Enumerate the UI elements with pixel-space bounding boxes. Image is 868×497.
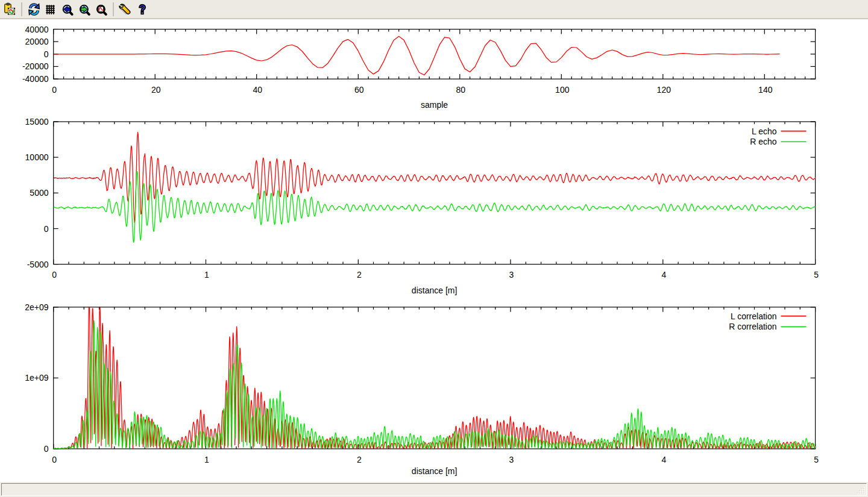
svg-text:0: 0 bbox=[44, 444, 49, 454]
svg-text:2: 2 bbox=[357, 270, 362, 280]
svg-text:L correlation: L correlation bbox=[731, 311, 777, 321]
svg-text:R echo: R echo bbox=[750, 137, 777, 146]
svg-text:20: 20 bbox=[151, 85, 161, 95]
svg-text:2: 2 bbox=[357, 455, 362, 464]
svg-text:4: 4 bbox=[661, 270, 666, 280]
svg-text:120: 120 bbox=[657, 85, 671, 95]
svg-text:0: 0 bbox=[44, 224, 49, 234]
svg-text:4: 4 bbox=[661, 455, 666, 464]
svg-text:0: 0 bbox=[44, 49, 49, 59]
svg-text:10000: 10000 bbox=[25, 152, 49, 162]
svg-text:2e+09: 2e+09 bbox=[25, 302, 49, 312]
svg-text:40000: 40000 bbox=[25, 25, 49, 34]
svg-text:15000: 15000 bbox=[25, 117, 49, 127]
svg-text:L echo: L echo bbox=[752, 127, 777, 136]
svg-text:0: 0 bbox=[52, 85, 57, 95]
svg-text:100: 100 bbox=[555, 85, 570, 95]
svg-text:-20000: -20000 bbox=[22, 61, 49, 71]
svg-text:distance [m]: distance [m] bbox=[412, 466, 457, 476]
svg-text:60: 60 bbox=[354, 85, 364, 95]
svg-text:3: 3 bbox=[509, 270, 514, 280]
svg-text:5: 5 bbox=[814, 270, 819, 280]
svg-text:80: 80 bbox=[456, 85, 466, 95]
svg-text:5: 5 bbox=[814, 455, 819, 464]
svg-text:-40000: -40000 bbox=[22, 74, 49, 84]
svg-text:3: 3 bbox=[509, 455, 514, 464]
svg-text:1e+09: 1e+09 bbox=[25, 373, 49, 383]
svg-text:5000: 5000 bbox=[30, 188, 48, 198]
svg-text:140: 140 bbox=[758, 85, 773, 95]
svg-text:distance [m]: distance [m] bbox=[412, 286, 457, 295]
svg-text:40: 40 bbox=[253, 85, 262, 95]
svg-text:1: 1 bbox=[204, 270, 209, 280]
svg-text:0: 0 bbox=[52, 455, 57, 464]
svg-text:R correlation: R correlation bbox=[729, 322, 776, 331]
svg-text:sample: sample bbox=[421, 100, 448, 110]
svg-text:1: 1 bbox=[204, 455, 209, 464]
svg-text:20000: 20000 bbox=[25, 37, 49, 46]
svg-text:0: 0 bbox=[52, 270, 57, 280]
svg-text:-5000: -5000 bbox=[27, 260, 49, 269]
